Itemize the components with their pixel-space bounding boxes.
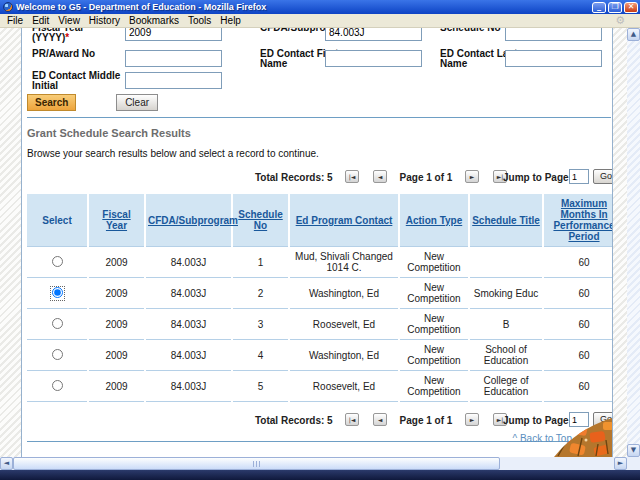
firefox-icon [3,2,13,12]
cell-schedule-title [470,246,542,278]
cell-schedule-title: B [470,309,542,340]
row-select-radio[interactable] [52,380,63,391]
cfda-subprogram-input[interactable] [325,28,422,41]
menu-bookmarks[interactable]: Bookmarks [127,15,186,26]
cell-fiscal-year: 2009 [89,340,144,371]
cell-max-months: 60 [544,309,613,340]
results-table: Select Fiscal Year CFDA/Subprogram Sched… [25,194,613,402]
cell-schedule-no: 1 [233,246,288,278]
menu-help[interactable]: Help [218,15,248,26]
cell-cfda: 84.003J [146,278,231,309]
cell-fiscal-year: 2009 [89,278,144,309]
cell-fiscal-year: 2009 [89,309,144,340]
menu-edit[interactable]: Edit [30,15,56,26]
cell-max-months: 60 [544,340,613,371]
jump-to-page-input[interactable] [569,169,589,184]
header-cfda-subprogram[interactable]: CFDA/Subprogram [146,194,231,246]
scroll-right-button[interactable]: ► [614,457,627,470]
cell-action-type: New Competition [400,340,468,371]
header-fiscal-year[interactable]: Fiscal Year [89,194,144,246]
cell-cfda: 84.003J [146,340,231,371]
page-content: Fiscal Year (YYYY)* CFDA/Subprogram Sche… [21,28,613,457]
window-title: Welcome to G5 - Department of Education … [16,2,266,12]
next-page-button[interactable]: ► [465,413,479,426]
cell-cfda: 84.003J [146,371,231,402]
header-select: Select [27,194,87,246]
scrollbar-corner [627,457,640,470]
ed-contact-last-name-input[interactable] [505,50,602,67]
prev-page-button[interactable]: ◄ [373,170,387,183]
header-schedule-no[interactable]: Schedule No [233,194,288,246]
search-form: Fiscal Year (YYYY)* CFDA/Subprogram Sche… [27,28,612,111]
ed-contact-middle-initial-input[interactable] [125,72,222,89]
scroll-left-button[interactable]: ◄ [0,457,13,470]
cell-schedule-title: College of Education [470,371,542,402]
page-indicator: Page 1 of 1 [397,415,455,426]
restore-button[interactable]: ❐ [608,2,622,13]
row-select-radio[interactable] [52,287,63,298]
header-ed-program-contact[interactable]: Ed Program Contact [290,194,398,246]
scroll-up-button[interactable]: ▲ [627,28,640,41]
clear-button[interactable]: Clear [116,94,158,111]
header-schedule-title[interactable]: Schedule Title [470,194,542,246]
pager-bottom: Total Records: 5 |◄ ◄ Page 1 of 1 ► ►| J… [27,407,612,435]
menu-view[interactable]: View [56,15,87,26]
close-button[interactable]: ✕ [624,2,638,13]
table-row: 2009 84.003J 2 Washington, Ed New Compet… [27,278,613,309]
cell-action-type: New Competition [400,371,468,402]
table-row: 2009 84.003J 1 Mud, Shivali Changed 1014… [27,246,613,278]
cell-cfda: 84.003J [146,309,231,340]
cell-contact: Roosevelt, Ed [290,371,398,402]
cell-schedule-title: Smoking Educ [470,278,542,309]
cell-schedule-no: 4 [233,340,288,371]
row-select-radio[interactable] [52,256,63,267]
cell-contact: Roosevelt, Ed [290,309,398,340]
cell-contact: Washington, Ed [290,340,398,371]
cell-fiscal-year: 2009 [89,371,144,402]
classroom-photo [548,416,612,457]
go-button[interactable]: Go [593,169,613,184]
cell-action-type: New Competition [400,309,468,340]
total-records-label: Total Records: 5 [255,172,333,183]
table-row: 2009 84.003J 5 Roosevelt, Ed New Competi… [27,371,613,402]
jump-to-page-label: Jump to Page [503,172,569,183]
first-page-button[interactable]: |◄ [345,413,359,426]
menu-tools[interactable]: Tools [186,15,218,26]
cell-action-type: New Competition [400,278,468,309]
menu-file[interactable]: File [5,15,30,26]
fiscal-year-input[interactable] [125,28,222,41]
ed-contact-first-name-input[interactable] [325,50,422,67]
row-select-radio[interactable] [52,349,63,360]
prev-page-button[interactable]: ◄ [373,413,387,426]
cell-contact: Washington, Ed [290,278,398,309]
results-heading: Grant Schedule Search Results [27,127,612,139]
menu-bar: File Edit View History Bookmarks Tools H… [0,14,640,28]
pager-top: Total Records: 5 |◄ ◄ Page 1 of 1 ► ►| J… [27,164,612,192]
vertical-scrollbar[interactable]: ▲ ▼ [627,28,640,457]
ed-contact-middle-initial-label: ED Contact Middle Initial [32,71,124,91]
horizontal-scrollbar[interactable]: ◄ ► [0,457,627,470]
title-bar: Welcome to G5 - Department of Education … [0,0,640,14]
horizontal-scroll-thumb[interactable] [13,457,500,470]
cell-contact: Mud, Shivali Changed 1014 C. [290,246,398,278]
scroll-down-button[interactable]: ▼ [627,444,640,457]
next-page-button[interactable]: ► [465,170,479,183]
first-page-button[interactable]: |◄ [345,170,359,183]
page-viewport: Fiscal Year (YYYY)* CFDA/Subprogram Sche… [0,28,627,457]
total-records-label: Total Records: 5 [255,415,333,426]
activity-throbber-icon: ⚙ [615,15,625,26]
row-select-radio[interactable] [52,318,63,329]
schedule-no-input[interactable] [505,28,602,41]
header-action-type[interactable]: Action Type [400,194,468,246]
cell-fiscal-year: 2009 [89,246,144,278]
menu-history[interactable]: History [87,15,127,26]
search-button[interactable]: Search [27,94,76,111]
pr-award-no-input[interactable] [125,50,222,67]
table-header-row: Select Fiscal Year CFDA/Subprogram Sched… [27,194,613,246]
cell-max-months: 60 [544,246,613,278]
header-max-months[interactable]: Maximum Months In Performance Period [544,194,613,246]
form-divider [27,117,611,118]
cell-schedule-no: 2 [233,278,288,309]
minimize-button[interactable]: _ [592,2,606,13]
table-row: 2009 84.003J 4 Washington, Ed New Compet… [27,340,613,371]
